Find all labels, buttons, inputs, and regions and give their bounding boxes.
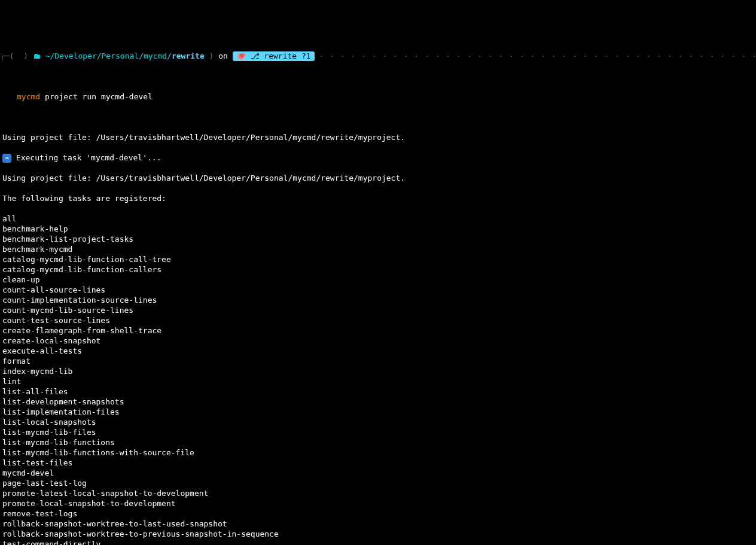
cmd-program: mycmd bbox=[17, 92, 40, 101]
task-item: all bbox=[0, 214, 756, 224]
task-item: list-test-files bbox=[0, 458, 756, 468]
task-item: list-implementation-files bbox=[0, 407, 756, 417]
prompt-path-branch: rewrite bbox=[172, 51, 205, 61]
task-item: count-mycmd-lib-source-lines bbox=[0, 305, 756, 315]
task-item: lint bbox=[0, 376, 756, 386]
task-item: execute-all-tests bbox=[0, 346, 756, 356]
task-item: list-mycmd-lib-files bbox=[0, 427, 756, 437]
task-item: benchmark-help bbox=[0, 224, 756, 234]
task-item: test-command-directly bbox=[0, 539, 756, 545]
task-item: promote-local-snapshot-to-development bbox=[0, 498, 756, 509]
task-item: clean-up bbox=[0, 275, 756, 285]
task-item: count-all-source-lines bbox=[0, 285, 756, 295]
folder-icon: 🖿 bbox=[33, 51, 45, 61]
prompt-corner: ╭─ bbox=[0, 51, 10, 61]
task-item: catalog-mycmd-lib-function-callers bbox=[0, 264, 756, 275]
arrow-icon: ➡ bbox=[2, 154, 11, 163]
prompt-bracket-open: ( bbox=[10, 51, 19, 61]
task-item: create-flamegraph-from-shell-trace bbox=[0, 325, 756, 336]
task-item: create-local-snapshot bbox=[0, 336, 756, 346]
output-using-1: Using project file: /Users/travisbhartwe… bbox=[0, 132, 756, 142]
git-icon: 🐙 bbox=[236, 51, 251, 61]
task-item: index-mycmd-lib bbox=[0, 366, 756, 376]
task-item: list-mycmd-lib-functions-with-source-fil… bbox=[0, 447, 756, 458]
task-item: list-all-files bbox=[0, 386, 756, 397]
task-item: mycmd-devel bbox=[0, 468, 756, 478]
task-item: count-test-source-lines bbox=[0, 315, 756, 325]
prompt-paren-close: ) bbox=[205, 51, 218, 61]
prompt-on: on bbox=[218, 51, 228, 61]
prompt-bracket-close: ) bbox=[19, 51, 32, 61]
task-item: benchmark-list-project-tasks bbox=[0, 234, 756, 244]
output-registered: The following tasks are registered: bbox=[0, 193, 756, 203]
task-item: promote-latest-local-snapshot-to-develop… bbox=[0, 488, 756, 498]
git-status: ?1 bbox=[301, 51, 311, 61]
dots-filler: · · · · · · · · · · · · · · · · · · · · … bbox=[319, 51, 756, 61]
output-exec-1: ➡ Executing task 'mycmd-devel'... bbox=[0, 153, 756, 163]
task-item: rollback-snapshot-worktree-to-previous-s… bbox=[0, 529, 756, 539]
tasks-list: allbenchmark-helpbenchmark-list-project-… bbox=[0, 214, 756, 545]
task-item: count-implementation-source-lines bbox=[0, 295, 756, 305]
output-using-2: Using project file: /Users/travisbhartwe… bbox=[0, 173, 756, 183]
task-item: rollback-snapshot-worktree-to-last-used-… bbox=[0, 519, 756, 529]
task-item: list-local-snapshots bbox=[0, 417, 756, 427]
task-item: page-last-test-log bbox=[0, 478, 756, 488]
task-item: remove-test-logs bbox=[0, 509, 756, 519]
task-item: benchmark-mycmd bbox=[0, 244, 756, 254]
task-item: format bbox=[0, 356, 756, 366]
task-item: catalog-mycmd-lib-function-call-tree bbox=[0, 254, 756, 264]
git-segment: 🐙 ⎇ rewrite ?1 bbox=[233, 51, 315, 61]
task-item: list-development-snapshots bbox=[0, 397, 756, 407]
git-branch: rewrite bbox=[264, 51, 297, 61]
command-line-1[interactable]: mycmd project run mycmd-devel bbox=[0, 92, 756, 102]
prompt-line-1: ╭─( ) 🖿 ~/Developer/Personal/mycmd/rewri… bbox=[0, 51, 756, 61]
branch-icon: ⎇ bbox=[251, 51, 264, 61]
task-item: list-mycmd-lib-functions bbox=[0, 437, 756, 447]
prompt-path-prefix: ~/Developer/Personal/mycmd/ bbox=[45, 51, 172, 61]
cmd-args: project run mycmd-devel bbox=[45, 92, 153, 101]
